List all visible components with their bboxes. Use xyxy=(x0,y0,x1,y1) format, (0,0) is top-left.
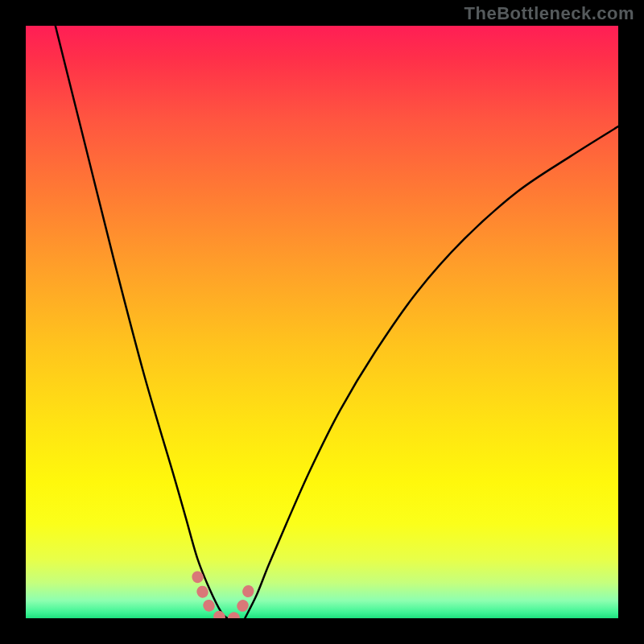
left-curve xyxy=(56,26,227,618)
chart-container: TheBottleneck.com xyxy=(0,0,644,644)
right-curve xyxy=(245,126,618,618)
watermark-text: TheBottleneck.com xyxy=(464,3,634,24)
floor-marker xyxy=(197,576,250,618)
curves-svg xyxy=(26,26,618,618)
plot-area xyxy=(26,26,618,618)
